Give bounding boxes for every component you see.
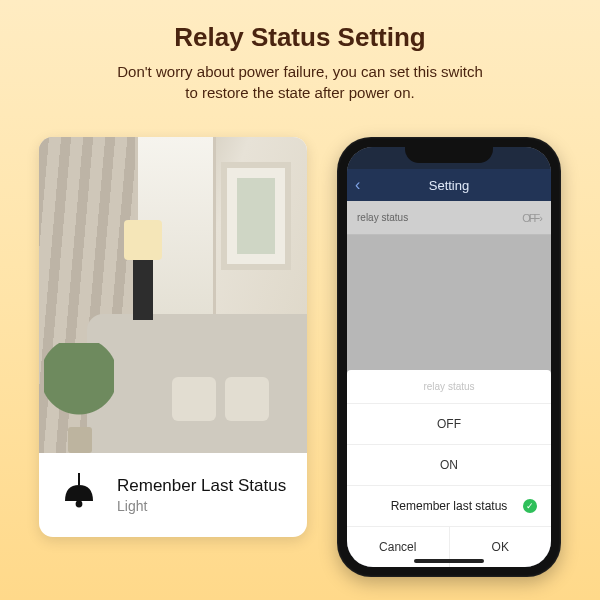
- photo-cushion: [172, 377, 216, 421]
- relay-status-row[interactable]: relay status OFF ›: [347, 201, 551, 235]
- page-subtitle: Don't worry about power failure, you can…: [40, 61, 560, 103]
- phone-mockup: ‹ Setting relay status OFF › relay statu…: [337, 137, 561, 577]
- svg-point-1: [76, 501, 83, 508]
- feature-card: Remenber Last Status Light: [39, 137, 307, 537]
- page-header: Relay Status Setting Don't worry about p…: [0, 0, 600, 113]
- checkmark-icon: ✓: [523, 499, 537, 513]
- card-subtitle: Light: [117, 498, 286, 514]
- sheet-option-on[interactable]: ON: [347, 445, 551, 486]
- sheet-title: relay status: [347, 370, 551, 404]
- phone-notch: [405, 143, 493, 163]
- row-value: OFF: [522, 212, 538, 224]
- sheet-option-off[interactable]: OFF: [347, 404, 551, 445]
- photo-picture-frame: [221, 162, 291, 269]
- card-title: Remenber Last Status: [117, 476, 286, 496]
- settings-body: [347, 235, 551, 385]
- photo-floor-lamp: [133, 256, 153, 320]
- photo-cushion: [225, 377, 269, 421]
- pendant-lamp-icon: [55, 471, 103, 519]
- card-text: Remenber Last Status Light: [117, 476, 286, 514]
- subtitle-line-1: Don't worry about power failure, you can…: [117, 63, 483, 80]
- sheet-option-remember[interactable]: Remember last status ✓: [347, 486, 551, 527]
- room-photo: [39, 137, 307, 453]
- home-indicator[interactable]: [414, 559, 484, 563]
- option-label: Remember last status: [391, 499, 508, 513]
- chevron-right-icon: ›: [539, 212, 541, 224]
- photo-plant: [44, 343, 114, 453]
- action-sheet: relay status OFF ON Remember last status…: [347, 370, 551, 567]
- back-icon[interactable]: ‹: [355, 176, 360, 194]
- option-label: ON: [440, 458, 458, 472]
- option-label: OFF: [437, 417, 461, 431]
- content-row: Remenber Last Status Light ‹ Setting rel…: [0, 113, 600, 577]
- nav-title: Setting: [429, 178, 469, 193]
- subtitle-line-2: to restore the state after power on.: [185, 84, 414, 101]
- row-value-group: OFF ›: [522, 212, 541, 224]
- phone-screen: ‹ Setting relay status OFF › relay statu…: [347, 147, 551, 567]
- page-title: Relay Status Setting: [40, 22, 560, 53]
- row-label: relay status: [357, 212, 408, 223]
- card-footer: Remenber Last Status Light: [39, 453, 307, 537]
- nav-bar: ‹ Setting: [347, 169, 551, 201]
